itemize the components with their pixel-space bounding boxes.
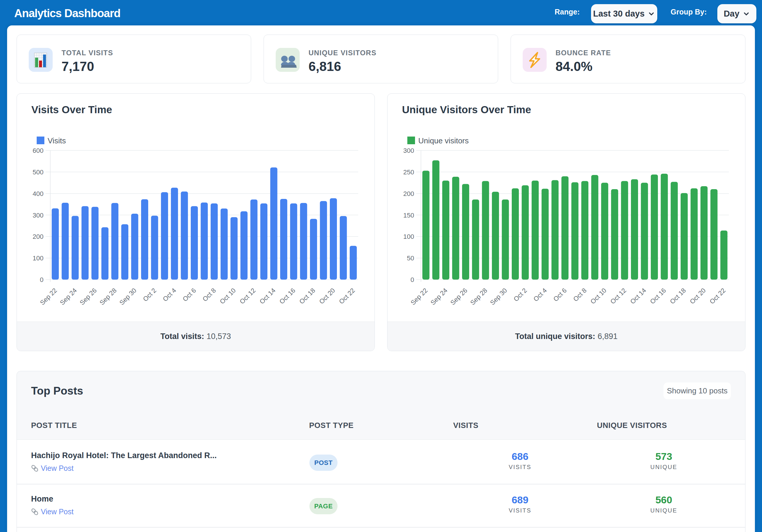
svg-text:Sep 28: Sep 28 bbox=[98, 287, 118, 306]
svg-text:Sep 30: Sep 30 bbox=[489, 287, 508, 306]
svg-text:200: 200 bbox=[33, 233, 43, 240]
svg-text:Oct 20: Oct 20 bbox=[318, 287, 337, 305]
svg-text:Sep 24: Sep 24 bbox=[58, 287, 78, 306]
svg-text:300: 300 bbox=[33, 212, 43, 219]
svg-text:Oct 22: Oct 22 bbox=[708, 287, 727, 305]
svg-text:Sep 26: Sep 26 bbox=[449, 287, 469, 306]
svg-text:250: 250 bbox=[403, 168, 414, 176]
svg-text:Oct 6: Oct 6 bbox=[181, 287, 197, 303]
svg-text:Oct 20: Oct 20 bbox=[688, 287, 707, 305]
svg-text:Sep 24: Sep 24 bbox=[429, 287, 449, 306]
svg-text:50: 50 bbox=[407, 254, 414, 262]
svg-text:Oct 18: Oct 18 bbox=[298, 287, 317, 305]
svg-text:200: 200 bbox=[403, 190, 414, 197]
svg-text:Oct 2: Oct 2 bbox=[141, 287, 158, 303]
svg-text:Oct 10: Oct 10 bbox=[218, 287, 237, 305]
svg-text:Sep 30: Sep 30 bbox=[118, 287, 138, 306]
svg-text:0: 0 bbox=[411, 276, 414, 284]
svg-text:600: 600 bbox=[33, 147, 43, 154]
svg-text:Sep 28: Sep 28 bbox=[469, 287, 489, 306]
svg-text:Oct 22: Oct 22 bbox=[338, 287, 356, 305]
svg-text:300: 300 bbox=[403, 147, 414, 154]
svg-text:Oct 8: Oct 8 bbox=[201, 287, 217, 303]
svg-text:Oct 8: Oct 8 bbox=[572, 287, 588, 303]
svg-text:100: 100 bbox=[403, 233, 414, 240]
svg-text:Oct 18: Oct 18 bbox=[668, 287, 687, 305]
svg-text:Oct 14: Oct 14 bbox=[629, 287, 648, 305]
svg-text:Oct 4: Oct 4 bbox=[161, 287, 178, 303]
svg-text:Visits: Visits bbox=[48, 136, 66, 145]
svg-text:Oct 2: Oct 2 bbox=[512, 287, 528, 303]
svg-text:Oct 4: Oct 4 bbox=[532, 287, 548, 303]
svg-text:Sep 22: Sep 22 bbox=[409, 287, 429, 306]
svg-text:100: 100 bbox=[33, 254, 43, 262]
svg-text:400: 400 bbox=[33, 190, 43, 197]
svg-text:150: 150 bbox=[403, 212, 414, 219]
svg-text:Sep 22: Sep 22 bbox=[38, 287, 58, 306]
svg-text:Oct 10: Oct 10 bbox=[589, 287, 608, 305]
svg-text:0: 0 bbox=[40, 276, 43, 284]
svg-text:Unique visitors: Unique visitors bbox=[418, 136, 469, 145]
svg-text:Sep 26: Sep 26 bbox=[78, 287, 98, 306]
svg-text:500: 500 bbox=[33, 168, 43, 176]
svg-text:Oct 14: Oct 14 bbox=[258, 287, 277, 305]
svg-text:Oct 16: Oct 16 bbox=[278, 287, 297, 305]
svg-text:Oct 12: Oct 12 bbox=[609, 287, 628, 305]
svg-text:Oct 16: Oct 16 bbox=[649, 287, 668, 305]
svg-text:Oct 12: Oct 12 bbox=[238, 287, 257, 305]
svg-text:Oct 6: Oct 6 bbox=[552, 287, 568, 303]
